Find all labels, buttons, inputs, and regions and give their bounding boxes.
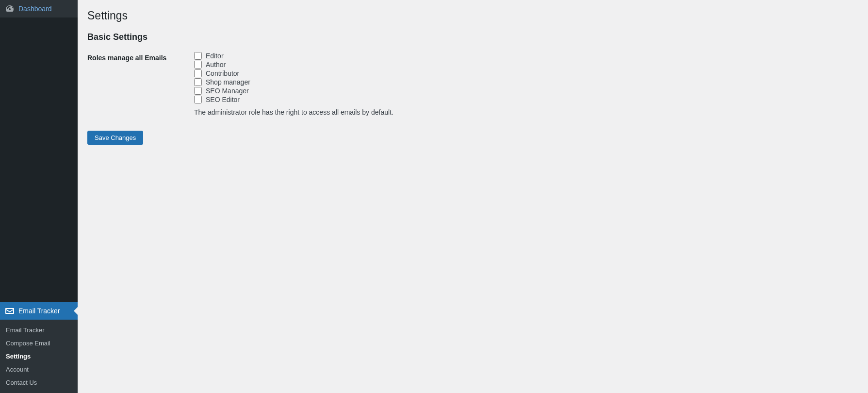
role-author-label: Author bbox=[206, 61, 226, 68]
save-button[interactable]: Save Changes bbox=[87, 131, 143, 145]
email-icon bbox=[5, 306, 15, 316]
role-shop-manager-row[interactable]: Shop manager bbox=[194, 78, 858, 86]
sidebar-spacer bbox=[0, 17, 78, 302]
roles-field: Editor Author Contributor Shop manager S… bbox=[194, 52, 858, 116]
roles-form-row: Roles manage all Emails Editor Author Co… bbox=[87, 52, 858, 116]
main-content: Settings Basic Settings Roles manage all… bbox=[78, 0, 868, 393]
page-title: Settings bbox=[87, 5, 858, 24]
sidebar-item-dashboard[interactable]: Dashboard bbox=[0, 0, 78, 17]
submenu-item-account[interactable]: Account bbox=[0, 363, 78, 376]
role-seo-manager-row[interactable]: SEO Manager bbox=[194, 87, 858, 95]
sidebar-email-tracker-label: Email Tracker bbox=[18, 307, 60, 315]
role-editor-row[interactable]: Editor bbox=[194, 52, 858, 60]
role-author-row[interactable]: Author bbox=[194, 61, 858, 68]
submenu-item-contact-us[interactable]: Contact Us bbox=[0, 376, 78, 389]
sidebar-item-email-tracker[interactable]: Email Tracker bbox=[0, 302, 78, 320]
role-seo-editor-row[interactable]: SEO Editor bbox=[194, 96, 858, 103]
dashboard-icon bbox=[5, 4, 15, 14]
sidebar-submenu: Email Tracker Compose Email Settings Acc… bbox=[0, 320, 78, 393]
role-seo-editor-checkbox[interactable] bbox=[194, 96, 202, 103]
role-contributor-row[interactable]: Contributor bbox=[194, 69, 858, 77]
role-author-checkbox[interactable] bbox=[194, 61, 202, 68]
sidebar-dashboard-label: Dashboard bbox=[18, 5, 52, 13]
role-seo-manager-label: SEO Manager bbox=[206, 87, 249, 95]
roles-description: The administrator role has the right to … bbox=[194, 108, 858, 116]
section-title: Basic Settings bbox=[87, 32, 858, 42]
roles-label: Roles manage all Emails bbox=[87, 52, 194, 62]
role-contributor-checkbox[interactable] bbox=[194, 69, 202, 77]
submenu-item-compose-email[interactable]: Compose Email bbox=[0, 337, 78, 350]
submenu-item-email-tracker[interactable]: Email Tracker bbox=[0, 324, 78, 337]
role-shop-manager-label: Shop manager bbox=[206, 78, 250, 86]
role-shop-manager-checkbox[interactable] bbox=[194, 78, 202, 86]
role-editor-checkbox[interactable] bbox=[194, 52, 202, 60]
admin-sidebar: Dashboard Email Tracker Email Tracker Co… bbox=[0, 0, 78, 393]
role-contributor-label: Contributor bbox=[206, 69, 239, 77]
role-seo-editor-label: SEO Editor bbox=[206, 96, 240, 103]
role-editor-label: Editor bbox=[206, 52, 224, 60]
role-seo-manager-checkbox[interactable] bbox=[194, 87, 202, 95]
submenu-item-settings[interactable]: Settings bbox=[0, 350, 78, 363]
